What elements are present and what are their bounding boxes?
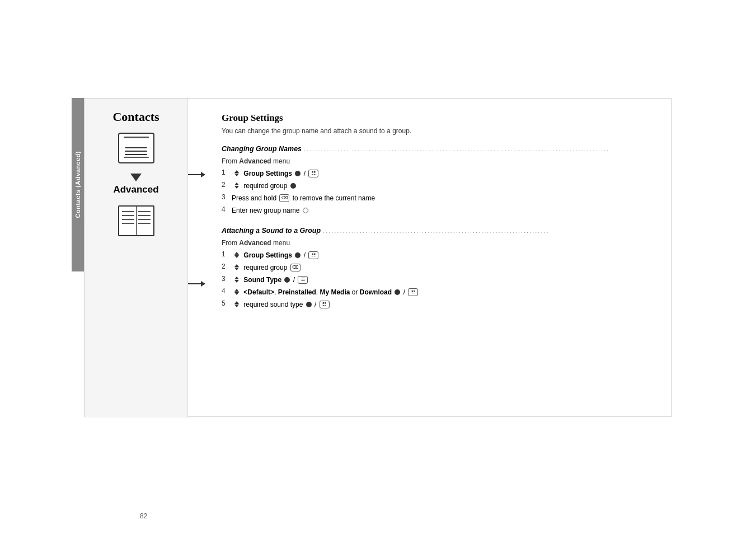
subsection1-from-line: From Advanced menu: [222, 157, 647, 165]
group-settings-label-1: Group Settings: [243, 170, 292, 177]
select-dot-icon: [295, 171, 300, 176]
step-num: 4: [222, 205, 232, 213]
step-item: 3 Sound Type / ☷: [222, 275, 647, 285]
nav-arrow-down-icon: [234, 174, 239, 176]
confirm-dot-icon: [303, 208, 308, 213]
menu-key-icon-4: ☷: [408, 288, 418, 296]
subsection-attaching-sound: Attaching a Sound to a Group ...........…: [222, 227, 647, 310]
menu-key-icon-3: ☷: [298, 276, 308, 284]
step-text: required sound type / ☷: [232, 299, 647, 310]
step-text: Sound Type / ☷: [232, 275, 647, 285]
arrow-line-1: [188, 174, 205, 175]
download-label: Download: [360, 288, 392, 296]
subsection1-title: Changing Group Names: [222, 145, 302, 153]
select-dot-icon: [295, 252, 300, 258]
nav-arrow-down-icon: [234, 255, 239, 258]
subsection-changing-group-names: Changing Group Names ...................…: [222, 145, 647, 216]
sidebar-tab-label: Contacts (Advanced): [74, 151, 81, 218]
step-text: <Default>, Preinstalled, My Media or Dow…: [232, 287, 647, 297]
nav-arrow-up-icon: [234, 264, 239, 267]
book-line: [138, 219, 151, 220]
step-item: 1 Group Settings / ☷: [222, 250, 647, 260]
nav-arrows-icon: [233, 277, 241, 283]
arrow-line-2: [188, 283, 205, 284]
right-panel: Group Settings You can change the group …: [205, 99, 664, 418]
nav-arrows-icon: [233, 170, 241, 176]
nav-arrows-icon: [233, 301, 241, 307]
book-lines-left: [122, 211, 134, 224]
select-dot-icon: [290, 183, 296, 189]
subsection2-steps: 1 Group Settings / ☷: [222, 250, 647, 310]
step-text: required group ⌫: [232, 263, 647, 273]
book-lines-right: [138, 211, 151, 224]
step-num: 4: [222, 287, 232, 295]
subsection1-steps: 1 Group Settings / ☷: [222, 168, 647, 216]
select-dot-icon: [284, 277, 290, 283]
content-area: Contacts Advanced: [84, 98, 672, 417]
subsection2-from-line: From Advanced menu: [222, 239, 647, 247]
nav-arrow-down-icon: [234, 280, 239, 283]
contacts-icon: [118, 133, 154, 163]
nav-arrow-down-icon: [234, 268, 239, 270]
step-num: 2: [222, 263, 232, 270]
book-line: [122, 211, 134, 212]
book-line: [122, 219, 134, 220]
step-text: required group: [232, 181, 647, 191]
arrow-right-1: [188, 174, 205, 175]
step-item: 5 required sound type / ☷: [222, 299, 647, 310]
book-line: [138, 211, 151, 212]
nav-arrows-icon: [233, 264, 241, 270]
nav-arrow-up-icon: [234, 252, 239, 255]
from-advanced-bold-2: Advanced: [239, 239, 271, 247]
menu-key-icon: ☷: [308, 170, 318, 177]
step-text: Enter new group name: [232, 205, 647, 216]
page: Contacts (Advanced) Contacts Advanced: [0, 0, 756, 534]
menu-key-icon-2: ☷: [308, 251, 318, 259]
phone-line-1: [125, 147, 147, 148]
menu-key-icon-5: ☷: [320, 301, 330, 308]
nav-arrow-up-icon: [234, 182, 239, 185]
book-line: [138, 223, 151, 224]
address-book-icon: [118, 205, 154, 236]
nav-arrows-icon: [233, 182, 241, 189]
book-line: [122, 215, 134, 216]
subsection1-dots: ........................................…: [304, 146, 647, 152]
step-text: Group Settings / ☷: [232, 168, 647, 179]
advanced-label: Advanced: [113, 184, 158, 195]
nav-arrow-down-icon: [234, 305, 239, 307]
nav-arrow-down-icon: [234, 186, 239, 189]
nav-arrows-icon: [233, 289, 241, 295]
phone-lines: [125, 142, 147, 155]
subsection1-title-row: Changing Group Names ...................…: [222, 145, 647, 153]
select-dot-icon: [395, 289, 400, 295]
subsection2-dots: ........................................…: [323, 227, 647, 234]
step-text: Press and hold ⌫ to remove the current n…: [232, 193, 647, 203]
page-number: 82: [140, 512, 147, 520]
group-settings-label-2: Group Settings: [243, 251, 292, 259]
phone-line-3: [125, 154, 147, 155]
step-item: 2 required group ⌫: [222, 263, 647, 273]
subsection2-title-row: Attaching a Sound to a Group ...........…: [222, 227, 647, 235]
step-item: 1 Group Settings / ☷: [222, 168, 647, 179]
step-text: Group Settings / ☷: [232, 250, 647, 260]
arrow-down-icon: [130, 174, 142, 181]
book-line: [122, 223, 134, 224]
preinstalled-label: Preinstalled: [278, 288, 316, 296]
phone-line-2: [125, 151, 147, 152]
nav-arrow-up-icon: [234, 277, 239, 279]
step-item: 2 required group: [222, 181, 647, 191]
arrow-right-2: [188, 283, 205, 284]
step-num: 3: [222, 193, 232, 201]
from-advanced-bold-1: Advanced: [239, 157, 271, 165]
step-num: 1: [222, 168, 232, 176]
nav-arrow-up-icon: [234, 301, 239, 304]
subsection2-title: Attaching a Sound to a Group: [222, 227, 321, 235]
nav-arrows-icon: [233, 252, 241, 258]
nav-arrow-up-icon: [234, 289, 239, 292]
clear-key-icon: ⌫: [279, 194, 289, 202]
step-item: 4 Enter new group name: [222, 205, 647, 216]
sound-type-label: Sound Type: [243, 276, 281, 284]
step-num: 1: [222, 250, 232, 258]
step-num: 2: [222, 181, 232, 189]
section-title: Group Settings: [222, 113, 647, 124]
